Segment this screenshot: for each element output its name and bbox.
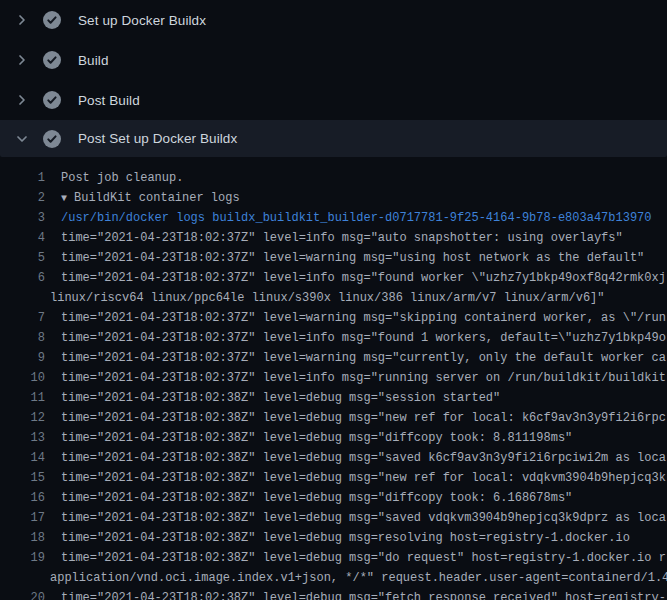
log-line-number[interactable]: 7 — [0, 308, 45, 328]
log-line-number[interactable]: 2 — [0, 188, 45, 208]
step-label: Post Build — [78, 93, 140, 108]
log-line-number[interactable]: 15 — [0, 468, 45, 488]
log-line-number[interactable]: 12 — [0, 408, 45, 428]
log-line: 13 time="2021-04-23T18:02:38Z" level=deb… — [0, 428, 667, 448]
log-line: 11 time="2021-04-23T18:02:38Z" level=deb… — [0, 388, 667, 408]
log-line: 6 time="2021-04-23T18:02:37Z" level=info… — [0, 268, 667, 288]
log-line-text: time="2021-04-23T18:02:38Z" level=debug … — [45, 408, 667, 428]
chevron-right-icon — [14, 52, 30, 68]
step-row-setup-docker-buildx[interactable]: Set up Docker Buildx — [0, 0, 667, 40]
log-line-number[interactable]: 18 — [0, 528, 45, 548]
log-line: 7 time="2021-04-23T18:02:37Z" level=warn… — [0, 308, 667, 328]
log-line-number[interactable]: 16 — [0, 488, 45, 508]
log-output: 1 Post job cleanup. 2 ▼BuildKit containe… — [0, 157, 667, 600]
log-line-text: application/vnd.oci.image.index.v1+json,… — [45, 568, 667, 588]
log-line-text: time="2021-04-23T18:02:37Z" level=warnin… — [45, 248, 667, 268]
step-row-post-setup-docker-buildx[interactable]: Post Set up Docker Buildx — [0, 120, 667, 157]
log-line-number[interactable]: 5 — [0, 248, 45, 268]
log-group-row[interactable]: 2 ▼BuildKit container logs — [0, 188, 667, 208]
log-line-number[interactable]: 4 — [0, 228, 45, 248]
log-line-text: time="2021-04-23T18:02:37Z" level=info m… — [45, 268, 667, 288]
log-line: 17 time="2021-04-23T18:02:38Z" level=deb… — [0, 508, 667, 528]
step-label: Post Set up Docker Buildx — [78, 131, 237, 146]
step-row-post-build[interactable]: Post Build — [0, 80, 667, 120]
chevron-down-icon — [14, 131, 30, 147]
log-line: 4 time="2021-04-23T18:02:37Z" level=info… — [0, 228, 667, 248]
log-line-continuation: application/vnd.oci.image.index.v1+json,… — [0, 568, 667, 588]
log-line: 10 time="2021-04-23T18:02:37Z" level=inf… — [0, 368, 667, 388]
log-line-number[interactable]: 9 — [0, 348, 45, 368]
log-line-number[interactable]: 14 — [0, 448, 45, 468]
log-line-text: time="2021-04-23T18:02:38Z" level=debug … — [45, 468, 667, 488]
log-line-number[interactable]: 3 — [0, 208, 45, 228]
log-line-number[interactable]: 1 — [0, 168, 45, 188]
log-line-text: time="2021-04-23T18:02:38Z" level=debug … — [45, 508, 667, 528]
log-line-number[interactable]: 19 — [0, 548, 45, 568]
log-line-text: time="2021-04-23T18:02:37Z" level=warnin… — [45, 348, 667, 368]
log-line-number[interactable]: 10 — [0, 368, 45, 388]
log-line-number[interactable]: 11 — [0, 388, 45, 408]
log-line: 5 time="2021-04-23T18:02:37Z" level=warn… — [0, 248, 667, 268]
chevron-right-icon — [14, 12, 30, 28]
log-command-line: 3 /usr/bin/docker logs buildx_buildkit_b… — [0, 208, 667, 228]
log-line: 16 time="2021-04-23T18:02:38Z" level=deb… — [0, 488, 667, 508]
check-circle-icon — [42, 129, 62, 149]
log-line: 15 time="2021-04-23T18:02:38Z" level=deb… — [0, 468, 667, 488]
check-circle-icon — [42, 10, 62, 30]
log-line-text: time="2021-04-23T18:02:38Z" level=debug … — [45, 528, 667, 548]
log-line-text: time="2021-04-23T18:02:38Z" level=debug … — [45, 488, 667, 508]
log-line-text: Post job cleanup. — [45, 168, 667, 188]
log-line: 18 time="2021-04-23T18:02:38Z" level=deb… — [0, 528, 667, 548]
log-line-text: time="2021-04-23T18:02:37Z" level=warnin… — [45, 308, 667, 328]
log-line-number[interactable]: 8 — [0, 328, 45, 348]
log-line-text: time="2021-04-23T18:02:38Z" level=debug … — [45, 548, 667, 568]
step-row-build[interactable]: Build — [0, 40, 667, 80]
log-line: 12 time="2021-04-23T18:02:38Z" level=deb… — [0, 408, 667, 428]
caret-down-icon: ▼ — [61, 193, 67, 204]
log-line-text: time="2021-04-23T18:02:37Z" level=info m… — [45, 368, 667, 388]
chevron-right-icon — [14, 92, 30, 108]
log-line-number[interactable]: 20 — [0, 588, 45, 600]
log-line-text: time="2021-04-23T18:02:37Z" level=info m… — [45, 228, 667, 248]
log-line: 8 time="2021-04-23T18:02:37Z" level=info… — [0, 328, 667, 348]
log-line: 14 time="2021-04-23T18:02:38Z" level=deb… — [0, 448, 667, 468]
check-circle-icon — [42, 50, 62, 70]
log-command-text: /usr/bin/docker logs buildx_buildkit_bui… — [45, 208, 667, 228]
log-line: 19 time="2021-04-23T18:02:38Z" level=deb… — [0, 548, 667, 568]
log-line-continuation: linux/riscv64 linux/ppc64le linux/s390x … — [0, 288, 667, 308]
check-circle-icon — [42, 90, 62, 110]
log-line-text: time="2021-04-23T18:02:38Z" level=debug … — [45, 428, 667, 448]
log-line-number[interactable]: 17 — [0, 508, 45, 528]
log-group-label: BuildKit container logs — [74, 191, 240, 205]
log-line-text: time="2021-04-23T18:02:38Z" level=debug … — [45, 588, 667, 600]
log-line: 9 time="2021-04-23T18:02:37Z" level=warn… — [0, 348, 667, 368]
steps-list: Set up Docker Buildx Build Post Build Po… — [0, 0, 667, 157]
step-label: Build — [78, 53, 109, 68]
step-label: Set up Docker Buildx — [78, 13, 206, 28]
log-line-number[interactable]: 6 — [0, 268, 45, 288]
log-line-text: linux/riscv64 linux/ppc64le linux/s390x … — [45, 288, 667, 308]
log-line-text: time="2021-04-23T18:02:38Z" level=debug … — [45, 388, 667, 408]
log-group-text: ▼BuildKit container logs — [45, 188, 667, 208]
log-line-text: time="2021-04-23T18:02:38Z" level=debug … — [45, 448, 667, 468]
log-line-number[interactable]: 13 — [0, 428, 45, 448]
log-line: 1 Post job cleanup. — [0, 168, 667, 188]
log-line: 20 time="2021-04-23T18:02:38Z" level=deb… — [0, 588, 667, 600]
log-line-text: time="2021-04-23T18:02:37Z" level=info m… — [45, 328, 667, 348]
